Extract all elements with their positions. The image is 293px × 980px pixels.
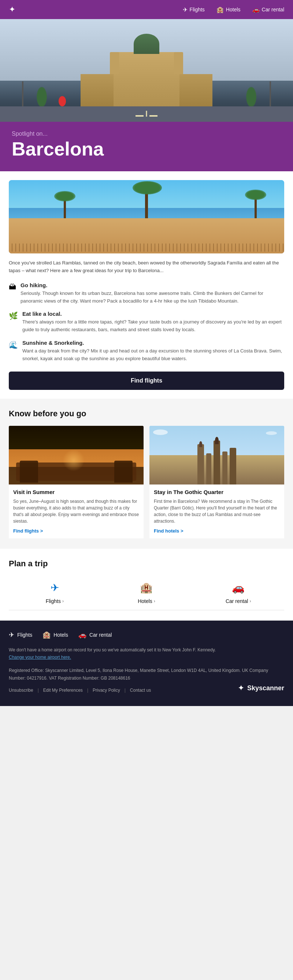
- activities-list: 🏔 Go hiking. Seriously. Though known for…: [9, 282, 284, 363]
- footer-registered: Registered Office: Skyscanner Limited, L…: [9, 667, 284, 682]
- footer-car-label: Car rental: [89, 632, 112, 638]
- summer-card-text: So yes, June–August is high season, and …: [13, 498, 139, 525]
- plan-car-label: Car rental: [226, 598, 248, 604]
- footer-contact[interactable]: Contact us: [130, 688, 151, 693]
- card-gothic: Stay in The Gothic Quarter First time in…: [149, 426, 284, 538]
- gothic-card-link[interactable]: Find hotels >: [154, 528, 184, 534]
- nav-hotels-label: Hotels: [226, 6, 241, 13]
- gothic-card-content: Stay in The Gothic Quarter First time in…: [149, 485, 284, 538]
- car-chevron: ›: [249, 598, 251, 604]
- plan-item-hotels[interactable]: 🏨 Hotels ›: [101, 576, 193, 610]
- nav-item-flights[interactable]: ✈ Flights: [183, 6, 205, 13]
- snorkeling-icon: 🌊: [9, 340, 18, 363]
- plan-car-label-row: Car rental ›: [226, 598, 251, 604]
- plan-car-icon: 🚗: [232, 582, 245, 594]
- summer-card-link[interactable]: Find flights >: [13, 528, 43, 534]
- brand-icon: ✦: [238, 683, 244, 693]
- footer-links: Unsubscribe | Edit My Preferences | Priv…: [9, 688, 151, 693]
- hero-text-area: Spotlight on... Barcelona: [0, 122, 293, 171]
- footer-flights-icon: ✈: [9, 631, 14, 639]
- footer-hotels-label: Hotels: [54, 632, 68, 638]
- footer-flights[interactable]: ✈ Flights: [9, 631, 32, 639]
- summer-card-content: Visit in Summer So yes, June–August is h…: [9, 485, 144, 538]
- car-nav-icon: 🚗: [252, 6, 260, 13]
- plan-item-car[interactable]: 🚗 Car rental ›: [192, 576, 284, 610]
- hotels-chevron: ›: [154, 598, 155, 604]
- plan-flights-icon: ✈: [51, 582, 59, 594]
- gothic-card-image: [149, 426, 284, 485]
- plan-grid: ✈ Flights › 🏨 Hotels › 🚗 Car rental ›: [9, 576, 284, 610]
- footer-privacy[interactable]: Privacy Policy: [93, 688, 120, 693]
- footer-car[interactable]: 🚗 Car rental: [78, 631, 112, 639]
- activity-snorkeling: 🌊 Sunshine & Snorkeling. Want a day brea…: [9, 340, 284, 363]
- summer-card-image: [9, 426, 144, 485]
- hero-section: Spotlight on... Barcelona: [0, 19, 293, 171]
- plan-title: Plan a trip: [9, 559, 284, 568]
- food-icon: 🌿: [9, 311, 18, 334]
- logo-icon: ✦: [9, 5, 15, 14]
- content-section: Once you've strolled Las Ramblas, tanned…: [0, 171, 293, 398]
- know-before-title: Know before you go: [9, 409, 284, 418]
- footer-info: We don't have a home airport on record f…: [9, 646, 284, 661]
- flights-nav-icon: ✈: [183, 6, 187, 13]
- footer-hotels[interactable]: 🏨 Hotels: [43, 631, 68, 639]
- plan-flights-label: Flights: [46, 598, 61, 604]
- plan-flights-label-row: Flights ›: [46, 598, 64, 604]
- activity-food: 🌿 Eat like a local. There's always room …: [9, 311, 284, 334]
- activity-snorkeling-content: Sunshine & Snorkeling. Want a day break …: [22, 340, 284, 363]
- main-nav: ✦ ✈ Flights 🏨 Hotels 🚗 Car rental: [0, 0, 293, 19]
- hiking-icon: 🏔: [9, 283, 16, 305]
- spotlight-label: Spotlight on...: [12, 130, 281, 137]
- footer-info-text: We don't have a home airport on record f…: [9, 648, 216, 652]
- city-name: Barcelona: [12, 138, 281, 159]
- activity-hiking: 🏔 Go hiking. Seriously. Though known for…: [9, 282, 284, 305]
- food-desc: There's always room for a little more ta…: [22, 318, 284, 334]
- footer-brand: ✦ Skyscanner: [238, 683, 284, 693]
- activity-food-content: Eat like a local. There's always room fo…: [22, 311, 284, 334]
- nav-car-label: Car rental: [262, 6, 284, 13]
- snorkeling-desc: Want a day break from the city? Mix it u…: [22, 347, 284, 363]
- activity-hiking-content: Go hiking. Seriously. Though known for i…: [21, 282, 284, 305]
- nav-item-hotels[interactable]: 🏨 Hotels: [217, 6, 241, 13]
- food-title: Eat like a local.: [22, 311, 284, 317]
- flights-chevron: ›: [62, 598, 64, 604]
- beach-image: [9, 180, 284, 253]
- footer-preferences[interactable]: Edit My Preferences: [43, 688, 83, 693]
- nav-item-car-rental[interactable]: 🚗 Car rental: [252, 6, 284, 13]
- hotels-nav-icon: 🏨: [217, 6, 224, 13]
- logo[interactable]: ✦: [9, 5, 15, 14]
- gothic-card-text: First time in Barcelona? We recommend a …: [154, 498, 280, 525]
- nav-flights-label: Flights: [190, 6, 205, 13]
- footer-flights-label: Flights: [17, 632, 32, 638]
- hiking-title: Go hiking.: [21, 282, 284, 288]
- footer-change-airport-link[interactable]: Change your home airport here.: [9, 655, 71, 660]
- footer-nav: ✈ Flights 🏨 Hotels 🚗 Car rental: [9, 631, 284, 639]
- card-summer: Visit in Summer So yes, June–August is h…: [9, 426, 144, 538]
- hero-image: [0, 19, 293, 122]
- footer: ✈ Flights 🏨 Hotels 🚗 Car rental We don't…: [0, 620, 293, 706]
- plan-hotels-label-row: Hotels ›: [138, 598, 155, 604]
- footer-car-icon: 🚗: [78, 631, 86, 639]
- summer-card-title: Visit in Summer: [13, 489, 139, 495]
- find-flights-button[interactable]: Find flights: [9, 372, 284, 390]
- snorkeling-title: Sunshine & Snorkeling.: [22, 340, 284, 346]
- plan-section: Plan a trip ✈ Flights › 🏨 Hotels › 🚗 Car…: [0, 549, 293, 620]
- gothic-card-title: Stay in The Gothic Quarter: [154, 489, 280, 495]
- plan-hotels-icon: 🏨: [140, 582, 153, 594]
- know-before-section: Know before you go Visit in Summer So ye…: [0, 399, 293, 549]
- hiking-desc: Seriously. Though known for its urban bu…: [21, 290, 284, 305]
- footer-hotels-icon: 🏨: [43, 631, 51, 639]
- plan-item-flights[interactable]: ✈ Flights ›: [9, 576, 101, 610]
- know-before-cards: Visit in Summer So yes, June–August is h…: [9, 426, 284, 538]
- plan-hotels-label: Hotels: [138, 598, 152, 604]
- footer-unsubscribe[interactable]: Unsubscribe: [9, 688, 33, 693]
- footer-registered-text: Registered Office: Skyscanner Limited, L…: [9, 668, 268, 680]
- brand-name: Skyscanner: [247, 684, 284, 692]
- intro-text: Once you've strolled Las Ramblas, tanned…: [9, 259, 284, 275]
